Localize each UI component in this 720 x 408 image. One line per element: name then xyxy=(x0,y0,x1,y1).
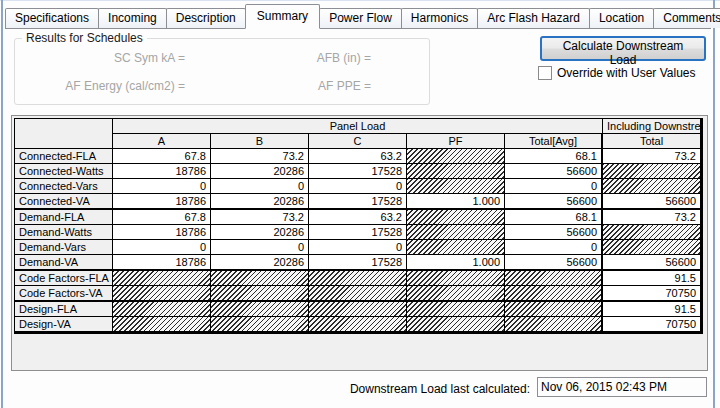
table-row: Connected-FLA67.873.263.268.173.2 xyxy=(15,149,701,164)
cell-demand-va-c[interactable]: 17528 xyxy=(309,255,407,271)
cell-demand-vars-b[interactable]: 0 xyxy=(211,240,309,255)
cell-demand-va-total-avg[interactable]: 56600 xyxy=(505,255,603,271)
override-checkbox[interactable]: Override with User Values xyxy=(538,66,696,80)
cell-connected-va-total-avg[interactable]: 56600 xyxy=(505,194,603,210)
tab-arc-flash-hazard[interactable]: Arc Flash Hazard xyxy=(477,8,590,28)
cell-connected-watts-c[interactable]: 17528 xyxy=(309,164,407,179)
table-row: Design-VA70750 xyxy=(15,317,701,332)
cell-demand-vars-a[interactable]: 0 xyxy=(113,240,211,255)
cell-code-factors-va-pf xyxy=(407,286,505,302)
column-header-b: B xyxy=(211,134,309,149)
table-row: Demand-Watts18786202861752856600 xyxy=(15,225,701,240)
table-row: Code Factors-VA70750 xyxy=(15,286,701,302)
cell-demand-watts-a[interactable]: 18786 xyxy=(113,225,211,240)
last-calculated-field[interactable]: Nov 06, 2015 02:43 PM xyxy=(537,377,707,397)
cell-demand-va-b[interactable]: 20286 xyxy=(211,255,309,271)
tab-comments[interactable]: Comments xyxy=(653,8,720,28)
table-row: Connected-Watts18786202861752856600 xyxy=(15,164,701,179)
column-header-total-avg: Total[Avg] xyxy=(505,134,603,149)
cell-connected-fla-c[interactable]: 63.2 xyxy=(309,149,407,164)
row-label-demand-va: Demand-VA xyxy=(15,255,113,271)
table-row: Design-FLA91.5 xyxy=(15,302,701,317)
cell-connected-va-b[interactable]: 20286 xyxy=(211,194,309,210)
window-frame-left xyxy=(1,0,3,408)
cell-code-factors-fla-b xyxy=(211,271,309,286)
cell-demand-vars-total-avg[interactable]: 0 xyxy=(505,240,603,255)
tab-summary[interactable]: Summary xyxy=(245,4,320,29)
panel-load-header: Panel Load xyxy=(113,119,603,134)
tab-location[interactable]: Location xyxy=(589,8,654,28)
tab-strip: SpecificationsIncomingDescriptionSummary… xyxy=(5,4,711,29)
cell-connected-va-c[interactable]: 17528 xyxy=(309,194,407,210)
cell-demand-watts-b[interactable]: 20286 xyxy=(211,225,309,240)
af-ppe-label: AF PPE = xyxy=(201,79,371,93)
cell-code-factors-fla-total-avg xyxy=(505,271,603,286)
calculate-downstream-load-button[interactable]: Calculate Downstream Load xyxy=(540,36,706,61)
table-row: Demand-VA1878620286175281.0005660056600 xyxy=(15,255,701,271)
cell-design-va-b xyxy=(211,317,309,332)
cell-design-fla-c xyxy=(309,302,407,317)
row-label-demand-vars: Demand-Vars xyxy=(15,240,113,255)
tab-description[interactable]: Description xyxy=(166,8,246,28)
cell-connected-va-a[interactable]: 18786 xyxy=(113,194,211,210)
cell-connected-watts-downstream-total xyxy=(603,164,701,179)
cell-demand-fla-c[interactable]: 63.2 xyxy=(309,210,407,225)
cell-design-fla-b xyxy=(211,302,309,317)
cell-connected-vars-b[interactable]: 0 xyxy=(211,179,309,194)
row-label-connected-fla: Connected-FLA xyxy=(15,149,113,164)
cell-demand-fla-a[interactable]: 67.8 xyxy=(113,210,211,225)
cell-demand-fla-pf xyxy=(407,210,505,225)
load-grid-container: Panel LoadIncluding Downstream LoadABCPF… xyxy=(11,115,708,371)
cell-demand-watts-downstream-total xyxy=(603,225,701,240)
row-label-design-va: Design-VA xyxy=(15,317,113,332)
cell-connected-va-pf[interactable]: 1.000 xyxy=(407,194,505,210)
cell-connected-fla-total-avg[interactable]: 68.1 xyxy=(505,149,603,164)
cell-demand-watts-c[interactable]: 17528 xyxy=(309,225,407,240)
cell-code-factors-va-a xyxy=(113,286,211,302)
cell-design-va-downstream-total[interactable]: 70750 xyxy=(603,317,701,332)
row-label-connected-vars: Connected-Vars xyxy=(15,179,113,194)
cell-demand-fla-total-avg[interactable]: 68.1 xyxy=(505,210,603,225)
cell-code-factors-fla-downstream-total[interactable]: 91.5 xyxy=(603,271,701,286)
cell-connected-watts-a[interactable]: 18786 xyxy=(113,164,211,179)
last-calculated-label: Downstream Load last calculated: xyxy=(320,382,530,396)
cell-connected-fla-b[interactable]: 73.2 xyxy=(211,149,309,164)
cell-demand-va-a[interactable]: 18786 xyxy=(113,255,211,271)
tab-harmonics[interactable]: Harmonics xyxy=(401,8,478,28)
cell-connected-vars-total-avg[interactable]: 0 xyxy=(505,179,603,194)
cell-design-va-total-avg xyxy=(505,317,603,332)
cell-code-factors-va-downstream-total[interactable]: 70750 xyxy=(603,286,701,302)
cell-connected-vars-a[interactable]: 0 xyxy=(113,179,211,194)
cell-design-va-c xyxy=(309,317,407,332)
table-row: Code Factors-FLA91.5 xyxy=(15,271,701,286)
table-row: Demand-FLA67.873.263.268.173.2 xyxy=(15,210,701,225)
cell-connected-watts-b[interactable]: 20286 xyxy=(211,164,309,179)
cell-connected-fla-downstream-total[interactable]: 73.2 xyxy=(603,149,701,164)
checkbox-label: Override with User Values xyxy=(557,66,696,80)
checkbox-box[interactable] xyxy=(538,66,552,80)
results-for-schedules-groupbox: Results for Schedules SC Sym kA = AFB (i… xyxy=(14,38,430,105)
cell-demand-vars-c[interactable]: 0 xyxy=(309,240,407,255)
table-corner-cell xyxy=(15,119,113,149)
tab-power-flow[interactable]: Power Flow xyxy=(319,8,402,28)
cell-connected-fla-a[interactable]: 67.8 xyxy=(113,149,211,164)
cell-connected-watts-total-avg[interactable]: 56600 xyxy=(505,164,603,179)
row-label-code-factors-va: Code Factors-VA xyxy=(15,286,113,302)
cell-connected-vars-c[interactable]: 0 xyxy=(309,179,407,194)
column-header-pf: PF xyxy=(407,134,505,149)
cell-demand-fla-b[interactable]: 73.2 xyxy=(211,210,309,225)
cell-design-fla-downstream-total[interactable]: 91.5 xyxy=(603,302,701,317)
tab-incoming[interactable]: Incoming xyxy=(98,8,167,28)
cell-demand-va-pf[interactable]: 1.000 xyxy=(407,255,505,271)
tab-specifications[interactable]: Specifications xyxy=(5,8,99,28)
load-table: Panel LoadIncluding Downstream LoadABCPF… xyxy=(14,118,703,334)
row-label-demand-watts: Demand-Watts xyxy=(15,225,113,240)
cell-demand-va-downstream-total[interactable]: 56600 xyxy=(603,255,701,271)
cell-connected-va-downstream-total[interactable]: 56600 xyxy=(603,194,701,210)
cell-demand-watts-total-avg[interactable]: 56600 xyxy=(505,225,603,240)
groupbox-title: Results for Schedules xyxy=(22,31,147,45)
cell-demand-fla-downstream-total[interactable]: 73.2 xyxy=(603,210,701,225)
column-header-a: A xyxy=(113,134,211,149)
cell-design-va-pf xyxy=(407,317,505,332)
cell-design-fla-pf xyxy=(407,302,505,317)
